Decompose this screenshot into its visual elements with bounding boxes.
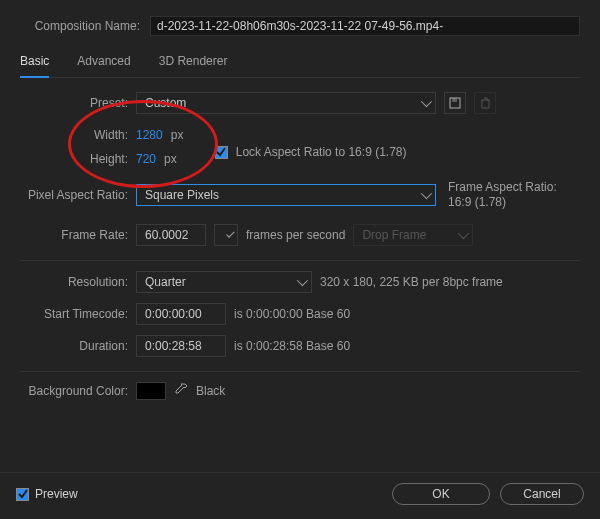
preset-select[interactable]: Custom [136, 92, 436, 114]
width-unit: px [171, 128, 184, 142]
save-preset-button[interactable] [444, 92, 466, 114]
resolution-select[interactable]: Quarter [136, 271, 312, 293]
eyedropper-icon[interactable] [174, 383, 188, 400]
lock-aspect-checkbox[interactable] [215, 146, 228, 159]
composition-name-input[interactable] [150, 16, 580, 36]
frame-rate-input[interactable]: 60.0002 [136, 224, 206, 246]
duration-value: 0:00:28:58 [145, 339, 202, 353]
duration-hint: is 0:00:28:58 Base 60 [234, 339, 350, 353]
frame-rate-label: Frame Rate: [20, 228, 128, 242]
ok-button[interactable]: OK [392, 483, 490, 505]
chevron-down-icon [421, 96, 432, 107]
preview-label: Preview [35, 487, 78, 501]
tab-advanced[interactable]: Advanced [77, 50, 130, 77]
preset-label: Preset: [20, 96, 128, 110]
tab-basic[interactable]: Basic [20, 50, 49, 78]
preset-value: Custom [145, 96, 186, 110]
start-timecode-value: 0:00:00:00 [145, 307, 202, 321]
height-unit: px [164, 152, 177, 166]
frame-rate-dropdown[interactable] [214, 224, 238, 246]
chevron-down-icon [297, 275, 308, 286]
chevron-down-icon [458, 228, 469, 239]
drop-frame-select: Drop Frame [353, 224, 473, 246]
resolution-value: Quarter [145, 275, 186, 289]
chevron-down-icon [226, 229, 234, 237]
composition-name-label: Composition Name: [20, 19, 140, 33]
pixel-aspect-label: Pixel Aspect Ratio: [20, 188, 128, 202]
width-value[interactable]: 1280 [136, 128, 163, 142]
pixel-aspect-value: Square Pixels [145, 188, 219, 202]
bg-color-swatch[interactable] [136, 382, 166, 400]
bg-color-label: Background Color: [20, 384, 128, 398]
height-value[interactable]: 720 [136, 152, 156, 166]
start-timecode-input[interactable]: 0:00:00:00 [136, 303, 226, 325]
delete-preset-button[interactable] [474, 92, 496, 114]
duration-label: Duration: [20, 339, 128, 353]
preview-checkbox[interactable] [16, 488, 29, 501]
start-timecode-hint: is 0:00:00:00 Base 60 [234, 307, 350, 321]
svg-rect-1 [452, 98, 457, 102]
tabs: Basic Advanced 3D Renderer [20, 50, 580, 78]
frame-aspect-value: 16:9 (1.78) [448, 195, 557, 210]
start-timecode-label: Start Timecode: [20, 307, 128, 321]
lock-aspect-label: Lock Aspect Ratio to 16:9 (1.78) [236, 145, 407, 159]
height-label: Height: [20, 152, 128, 166]
bg-color-name: Black [196, 384, 225, 398]
tab-3d-renderer[interactable]: 3D Renderer [159, 50, 228, 77]
width-label: Width: [20, 128, 128, 142]
dialog-footer: Preview OK Cancel [0, 472, 600, 519]
drop-frame-value: Drop Frame [362, 228, 426, 242]
chevron-down-icon [421, 188, 432, 199]
fps-label: frames per second [246, 228, 345, 242]
frame-aspect-label: Frame Aspect Ratio: [448, 180, 557, 195]
duration-input[interactable]: 0:00:28:58 [136, 335, 226, 357]
frame-rate-value: 60.0002 [145, 228, 188, 242]
resolution-hint: 320 x 180, 225 KB per 8bpc frame [320, 275, 503, 289]
resolution-label: Resolution: [20, 275, 128, 289]
pixel-aspect-select[interactable]: Square Pixels [136, 184, 436, 206]
cancel-button[interactable]: Cancel [500, 483, 584, 505]
